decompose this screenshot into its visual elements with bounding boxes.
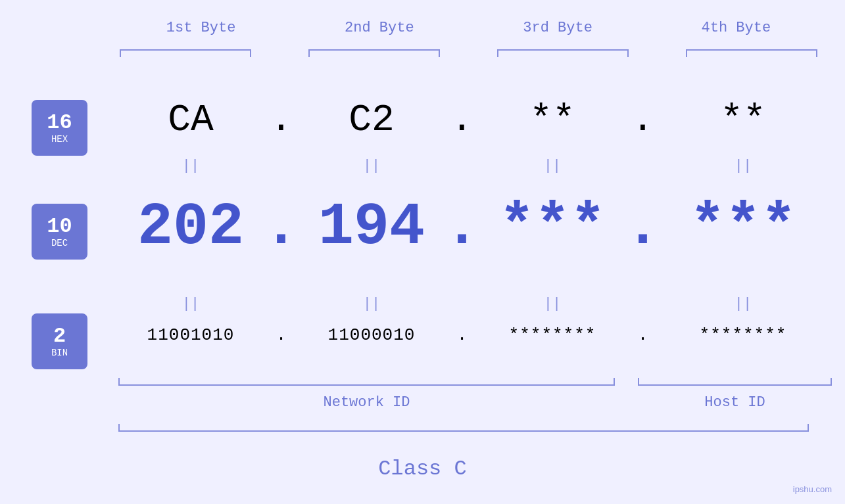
dec-dot-2: .	[444, 194, 480, 261]
dec-byte-3: ***	[480, 194, 625, 261]
network-id-label: Network ID	[118, 394, 615, 411]
hex-row: CA . C2 . ** . **	[112, 99, 825, 141]
dec-badge-number: 10	[47, 215, 72, 238]
bracket-4	[686, 49, 817, 57]
eq-1-s3	[625, 158, 661, 174]
hex-badge-number: 16	[47, 111, 72, 134]
bin-badge: 2 BIN	[32, 313, 87, 369]
dec-badge: 10 DEC	[32, 204, 87, 260]
eq-1-b2: ||	[299, 158, 444, 174]
eq-2-s1	[263, 296, 299, 312]
eq-row-2: || || || ||	[112, 296, 825, 312]
bin-byte-3: ********	[480, 325, 625, 345]
eq-2-b2: ||	[299, 296, 444, 312]
bin-byte-1: 11001010	[118, 325, 263, 345]
class-label: Class C	[0, 457, 845, 481]
bracket-2	[308, 49, 440, 57]
bin-byte-2: 11000010	[299, 325, 444, 345]
col-header-3: 3rd Byte	[475, 20, 640, 36]
dec-byte-1: 202	[118, 194, 263, 261]
eq-2-b4: ||	[661, 296, 825, 312]
hex-dot-3: .	[625, 99, 661, 141]
dec-badge-label: DEC	[51, 238, 68, 248]
hex-dot-1: .	[263, 99, 299, 141]
eq-1-b1: ||	[118, 158, 263, 174]
class-bracket	[118, 424, 809, 432]
eq-2-b3: ||	[480, 296, 625, 312]
dec-byte-2: 194	[299, 194, 444, 261]
eq-1-b4: ||	[661, 158, 825, 174]
top-brackets	[112, 49, 825, 57]
col-header-2: 2nd Byte	[297, 20, 462, 36]
bin-dot-2: .	[444, 325, 480, 345]
eq-1-s2	[444, 158, 480, 174]
hex-badge-label: HEX	[51, 134, 68, 145]
eq-2-s2	[444, 296, 480, 312]
dec-byte-4: ***	[661, 194, 825, 261]
bin-badge-number: 2	[53, 325, 66, 348]
hex-badge: 16 HEX	[32, 100, 87, 156]
dec-dot-1: .	[263, 194, 299, 261]
watermark: ipshu.com	[793, 484, 832, 494]
bin-dot-1: .	[263, 325, 299, 345]
col-header-4: 4th Byte	[654, 20, 818, 36]
network-bracket	[118, 378, 615, 386]
bracket-spacer-1	[266, 49, 293, 57]
host-bracket	[638, 378, 832, 386]
bracket-3	[497, 49, 629, 57]
eq-row-1: || || || ||	[112, 158, 825, 174]
bin-dot-3: .	[625, 325, 661, 345]
eq-2-s3	[625, 296, 661, 312]
column-headers: 1st Byte 2nd Byte 3rd Byte 4th Byte	[112, 20, 825, 36]
hex-byte-3: **	[480, 99, 625, 141]
bin-badge-label: BIN	[51, 348, 68, 358]
bin-row: 11001010 . 11000010 . ******** . *******…	[112, 325, 825, 345]
dec-row: 202 . 194 . *** . ***	[112, 194, 825, 261]
bracket-spacer-3	[644, 49, 671, 57]
bin-byte-4: ********	[661, 325, 825, 345]
bracket-spacer-2	[455, 49, 481, 57]
eq-1-s1	[263, 158, 299, 174]
dec-dot-3: .	[625, 194, 661, 261]
hex-dot-2: .	[444, 99, 480, 141]
bracket-1	[120, 49, 251, 57]
eq-1-b3: ||	[480, 158, 625, 174]
hex-byte-2: C2	[299, 99, 444, 141]
hex-byte-4: **	[661, 99, 825, 141]
col-header-1: 1st Byte	[119, 20, 283, 36]
hex-byte-1: CA	[118, 99, 263, 141]
eq-2-b1: ||	[118, 296, 263, 312]
host-id-label: Host ID	[638, 394, 832, 411]
